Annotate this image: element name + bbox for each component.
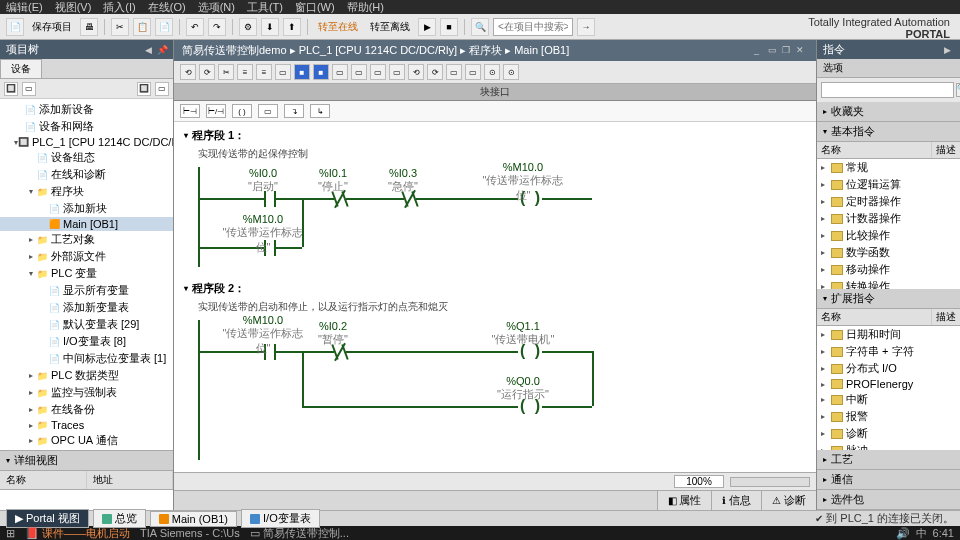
redo-icon[interactable]: ↷ — [208, 18, 226, 36]
close-icon[interactable]: ✕ — [796, 45, 808, 57]
tree-node[interactable]: ▸📁Traces — [0, 418, 173, 432]
menu-options[interactable]: 选项(N) — [198, 0, 235, 15]
et-icon[interactable]: ▭ — [351, 64, 367, 80]
start-icon[interactable]: ⊞ — [6, 527, 15, 540]
et-icon[interactable]: ■ — [313, 64, 329, 80]
instruction-folder[interactable]: ▸字符串 + 字符 — [817, 343, 960, 360]
coil-icon[interactable]: ( ) — [232, 104, 252, 118]
start-cpu-icon[interactable]: ▶ — [418, 18, 436, 36]
et-icon[interactable]: ⊙ — [484, 64, 500, 80]
no-contact-icon[interactable]: ⊢⊣ — [180, 104, 200, 118]
et-icon[interactable]: ▭ — [389, 64, 405, 80]
instruction-folder[interactable]: ▸数学函数 — [817, 244, 960, 261]
instruction-folder[interactable]: ▸报警 — [817, 408, 960, 425]
instruction-folder[interactable]: ▸诊断 — [817, 425, 960, 442]
menu-online[interactable]: 在线(O) — [148, 0, 186, 15]
network-1-ladder[interactable]: %I0.0"启动" %I0.1"停止" %I0.3"急停" %M10.0"传送带… — [198, 167, 806, 267]
instruction-folder[interactable]: ▸转换操作 — [817, 278, 960, 289]
tree-node[interactable]: 📄设备组态 — [0, 149, 173, 166]
tab-properties[interactable]: ◧ 属性 — [657, 491, 712, 510]
print-icon[interactable]: 🖶 — [80, 18, 98, 36]
task-item[interactable]: 📕 课件——电机启动 — [25, 526, 130, 541]
tab-info[interactable]: ℹ 信息 — [711, 491, 761, 510]
et-icon[interactable]: ⟳ — [199, 64, 215, 80]
project-search-input[interactable] — [493, 18, 573, 36]
minimize-icon[interactable]: _ — [754, 45, 766, 57]
instruction-folder[interactable]: ▸分布式 I/O — [817, 360, 960, 377]
tree-node[interactable]: 📄添加新设备 — [0, 101, 173, 118]
basic-instructions-tree[interactable]: ▸常规▸位逻辑运算▸定时器操作▸计数器操作▸比较操作▸数学函数▸移动操作▸转换操… — [817, 159, 960, 289]
menu-view[interactable]: 视图(V) — [55, 0, 92, 15]
project-tree[interactable]: 📄添加新设备📄设备和网络▾🔲PLC_1 [CPU 1214C DC/DC/Rly… — [0, 99, 173, 450]
technology-section[interactable]: ▸工艺 — [817, 450, 960, 470]
menu-tools[interactable]: 工具(T) — [247, 0, 283, 15]
tree-node[interactable]: ▾📁程序块 — [0, 183, 173, 200]
tree-node[interactable]: 📄添加新变量表 — [0, 299, 173, 316]
tree-node[interactable]: 📄I/O变量表 [8] — [0, 333, 173, 350]
et-icon[interactable]: ⊙ — [503, 64, 519, 80]
tab-diagnostics[interactable]: ⚠ 诊断 — [761, 491, 816, 510]
pin-icon[interactable]: ▶ — [944, 45, 954, 55]
instruction-folder[interactable]: ▸位逻辑运算 — [817, 176, 960, 193]
et-icon[interactable]: ✂ — [218, 64, 234, 80]
et-icon[interactable]: ▭ — [465, 64, 481, 80]
optional-section[interactable]: ▸选件包 — [817, 490, 960, 510]
extended-instructions-tree[interactable]: ▸日期和时间▸字符串 + 字符▸分布式 I/O▸PROFIenergy▸中断▸报… — [817, 326, 960, 450]
tree-node[interactable]: 📄在线和诊断 — [0, 166, 173, 183]
search-go-icon[interactable]: → — [577, 18, 595, 36]
menu-edit[interactable]: 编辑(E) — [6, 0, 43, 15]
maximize-icon[interactable]: ▭ — [768, 45, 780, 57]
instruction-folder[interactable]: ▸计数器操作 — [817, 210, 960, 227]
tree-node[interactable]: 📄添加新块 — [0, 200, 173, 217]
tree-node[interactable]: ▸📁PLC 数据类型 — [0, 367, 173, 384]
tree-expand-icon[interactable]: 🔲 — [4, 82, 18, 96]
branch-close-icon[interactable]: ↳ — [310, 104, 330, 118]
task-item[interactable]: TIA Siemens - C:\Us — [140, 527, 240, 539]
instruction-folder[interactable]: ▸常规 — [817, 159, 960, 176]
communication-section[interactable]: ▸通信 — [817, 470, 960, 490]
et-icon[interactable]: ■ — [294, 64, 310, 80]
tree-collapse-icon[interactable]: ▭ — [22, 82, 36, 96]
go-online-button[interactable]: 转至在线 — [318, 20, 358, 34]
instruction-folder[interactable]: ▸定时器操作 — [817, 193, 960, 210]
et-icon[interactable]: ▭ — [446, 64, 462, 80]
stop-cpu-icon[interactable]: ■ — [440, 18, 458, 36]
block-interface-bar[interactable]: 块接口 — [174, 84, 816, 101]
box-icon[interactable]: ▭ — [258, 104, 278, 118]
instruction-folder[interactable]: ▸日期和时间 — [817, 326, 960, 343]
instruction-folder[interactable]: ▸移动操作 — [817, 261, 960, 278]
instruction-folder[interactable]: ▸比较操作 — [817, 227, 960, 244]
tree-node[interactable]: ▸📁监控与强制表 — [0, 384, 173, 401]
tree-node[interactable]: 📄设备和网络 — [0, 118, 173, 135]
et-icon[interactable]: ⟲ — [180, 64, 196, 80]
et-icon[interactable]: ≡ — [237, 64, 253, 80]
paste-icon[interactable]: 📄 — [155, 18, 173, 36]
et-icon[interactable]: ≡ — [256, 64, 272, 80]
copy-icon[interactable]: 📋 — [133, 18, 151, 36]
branch-icon[interactable]: ↴ — [284, 104, 304, 118]
tree-node[interactable]: ▸📁在线备份 — [0, 401, 173, 418]
instruction-folder[interactable]: ▸中断 — [817, 391, 960, 408]
et-icon[interactable]: ▭ — [332, 64, 348, 80]
zoom-slider[interactable] — [730, 477, 810, 487]
menu-help[interactable]: 帮助(H) — [347, 0, 384, 15]
devices-tab[interactable]: 设备 — [0, 59, 42, 78]
tree-node[interactable]: ▾🔲PLC_1 [CPU 1214C DC/DC/Rly] — [0, 135, 173, 149]
instruction-folder[interactable]: ▸脉冲 — [817, 442, 960, 450]
collapse-icon[interactable]: ◀ — [145, 45, 155, 55]
compile-icon[interactable]: ⚙ — [239, 18, 257, 36]
tree-view-icon[interactable]: ▭ — [155, 82, 169, 96]
search-icon[interactable]: 🔍 — [471, 18, 489, 36]
instruction-search-input[interactable] — [821, 82, 954, 98]
tree-filter-icon[interactable]: 🔲 — [137, 82, 151, 96]
restore-icon[interactable]: ❐ — [782, 45, 794, 57]
tree-node[interactable]: 📄默认变量表 [29] — [0, 316, 173, 333]
nc-contact-icon[interactable]: ⊢/⊣ — [206, 104, 226, 118]
network-2-ladder[interactable]: %M10.0"传送带运作标志位" %I0.2"暂停" %Q1.1"传送带电机" … — [198, 320, 806, 460]
basic-section[interactable]: ▾基本指令 — [817, 122, 960, 142]
tree-node[interactable]: 📄中间标志位变量表 [1] — [0, 350, 173, 367]
tree-node[interactable]: ▸📁外部源文件 — [0, 248, 173, 265]
upload-icon[interactable]: ⬆ — [283, 18, 301, 36]
favorites-section[interactable]: ▸收藏夹 — [817, 102, 960, 122]
pin-icon[interactable]: 📌 — [157, 45, 167, 55]
